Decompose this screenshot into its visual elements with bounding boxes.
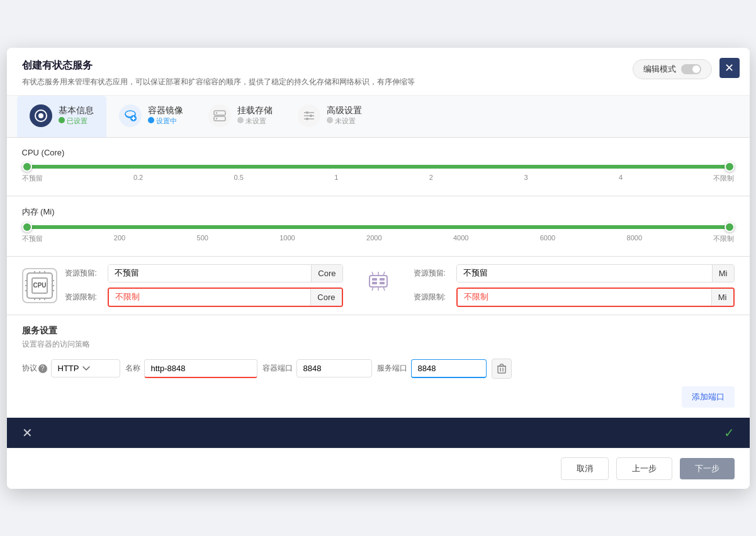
- cpu-label-4: 2: [429, 174, 433, 183]
- svg-rect-42: [498, 366, 505, 373]
- cpu-label-2: 0.5: [234, 174, 244, 183]
- tab-image-icon: [119, 104, 142, 127]
- modal-footer: 取消 上一步 下一步: [7, 448, 750, 489]
- mem-label-4: 2000: [366, 234, 381, 243]
- mem-label-5: 4000: [453, 234, 468, 243]
- toolbar-confirm-button[interactable]: ✓: [724, 425, 735, 440]
- svg-rect-32: [372, 278, 377, 281]
- memory-slider-handle-left[interactable]: [22, 222, 32, 232]
- service-title: 服务设置: [22, 325, 735, 337]
- svg-point-15: [306, 118, 308, 120]
- service-subtitle: 设置容器的访问策略: [22, 339, 735, 350]
- cpu-reserve-label: 资源预留:: [65, 268, 103, 279]
- edit-mode-button[interactable]: 编辑模式: [633, 59, 712, 79]
- cpu-reserve-field[interactable]: [108, 265, 312, 282]
- bottom-toolbar: ✕ ✓: [7, 418, 750, 448]
- container-port-label: 容器端口: [262, 363, 293, 374]
- tab-advanced-icon: [298, 104, 320, 127]
- tab-basic-icon: [30, 104, 52, 127]
- cpu-resource-fields: 资源预留: Core 资源限制: Core: [65, 264, 343, 307]
- toolbar-close-button[interactable]: ✕: [22, 425, 33, 440]
- svg-rect-33: [380, 278, 385, 281]
- protocol-select[interactable]: HTTP: [51, 359, 120, 377]
- mem-label-2: 500: [197, 234, 208, 243]
- close-button[interactable]: ✕: [719, 58, 740, 78]
- tab-storage-status: 未设置: [237, 116, 273, 126]
- tab-basic-status: 已设置: [59, 116, 94, 126]
- tab-basic[interactable]: 基本信息 已设置: [17, 96, 106, 137]
- name-input[interactable]: [144, 359, 257, 378]
- svg-rect-7: [214, 116, 225, 121]
- memory-chip-icon: [358, 264, 398, 294]
- memory-slider-title: 内存 (Mi): [22, 206, 735, 218]
- cpu-slider-handle-left[interactable]: [22, 162, 32, 172]
- cpu-reserve-row: 资源预留: Core: [65, 264, 343, 282]
- prev-button[interactable]: 上一步: [616, 457, 672, 480]
- memory-slider-container[interactable]: [22, 225, 735, 229]
- svg-rect-34: [372, 282, 377, 284]
- mem-label-1: 200: [114, 234, 125, 243]
- memory-slider-section: 内存 (Mi) 不预留 200 500 1000 2000 4000 6000 …: [7, 196, 750, 257]
- svg-point-13: [306, 111, 308, 114]
- header-actions: 编辑模式: [633, 59, 712, 79]
- cpu-slider-section: CPU (Core) 不预留 0.2 0.5 1 2 3 4 不限制: [7, 138, 750, 196]
- memory-limit-field[interactable]: [458, 289, 711, 306]
- port-row: 协议? HTTP 名称 容器端口: [22, 359, 735, 379]
- modal-container: 创建有状态服务 有状态服务用来管理有状态应用，可以保证部署和扩容缩容的顺序，提供…: [7, 48, 750, 489]
- protocol-label: 协议?: [22, 363, 47, 374]
- next-button[interactable]: 下一步: [680, 458, 735, 479]
- mem-label-0: 不预留: [22, 234, 43, 243]
- modal-title: 创建有状态服务: [22, 59, 735, 72]
- service-port-input[interactable]: [411, 359, 487, 378]
- cpu-resource-col: CPU: [22, 264, 343, 307]
- memory-limit-input[interactable]: Mi: [456, 288, 735, 307]
- memory-limit-label: 资源限制:: [414, 292, 451, 303]
- trash-icon: [497, 364, 506, 374]
- cpu-reserve-input[interactable]: Core: [108, 264, 343, 282]
- tab-advanced-label: 高级设置: [327, 105, 362, 116]
- svg-rect-5: [132, 118, 135, 119]
- memory-reserve-unit: Mi: [712, 265, 734, 282]
- memory-reserve-input[interactable]: Mi: [456, 264, 735, 282]
- memory-slider-handle-right[interactable]: [725, 222, 735, 232]
- cpu-icon: CPU: [22, 268, 57, 303]
- container-port-input[interactable]: [296, 359, 372, 377]
- add-port-container: 添加端口: [22, 386, 735, 408]
- cpu-limit-input[interactable]: Core: [108, 288, 343, 307]
- cpu-limit-label: 资源限制:: [65, 292, 103, 303]
- tab-storage-icon: [208, 104, 231, 127]
- protocol-value: HTTP: [58, 364, 79, 373]
- cpu-label-1: 0.2: [133, 174, 143, 183]
- tabs-bar: 基本信息 已设置 容器镜像 设置中: [7, 96, 750, 138]
- tab-image[interactable]: 容器镜像 设置中: [106, 96, 196, 137]
- mem-label-7: 8000: [627, 234, 642, 243]
- add-port-button[interactable]: 添加端口: [682, 386, 735, 408]
- toggle-switch[interactable]: [681, 64, 701, 74]
- cpu-slider-title: CPU (Core): [22, 148, 735, 157]
- cpu-slider-handle-right[interactable]: [725, 162, 735, 172]
- svg-point-1: [38, 113, 43, 118]
- container-port-field: 容器端口: [262, 359, 372, 377]
- svg-point-14: [310, 114, 312, 117]
- modal-content: CPU (Core) 不预留 0.2 0.5 1 2 3 4 不限制 内存 (M…: [7, 138, 750, 448]
- tab-image-info: 容器镜像 设置中: [148, 105, 183, 126]
- cpu-limit-unit: Core: [310, 289, 341, 306]
- tab-storage[interactable]: 挂载存储 未设置: [196, 96, 285, 137]
- tab-basic-label: 基本信息: [59, 105, 94, 116]
- memory-reserve-field[interactable]: [457, 265, 712, 282]
- cpu-slider-labels: 不预留 0.2 0.5 1 2 3 4 不限制: [22, 174, 735, 183]
- cpu-slider-container[interactable]: [22, 165, 735, 169]
- svg-rect-31: [370, 276, 387, 287]
- cpu-limit-field[interactable]: [109, 289, 311, 306]
- mem-label-8: 不限制: [713, 234, 734, 243]
- delete-port-button[interactable]: [492, 359, 512, 379]
- modal-header: 创建有状态服务 有状态服务用来管理有状态应用，可以保证部署和扩容缩容的顺序，提供…: [7, 48, 750, 96]
- protocol-help-icon[interactable]: ?: [38, 364, 47, 373]
- tab-storage-dot: [237, 117, 244, 123]
- service-port-label: 服务端口: [377, 363, 407, 374]
- svg-point-8: [215, 112, 217, 113]
- cancel-button[interactable]: 取消: [561, 457, 609, 480]
- tab-advanced[interactable]: 高级设置 未设置: [285, 96, 375, 137]
- svg-text:CPU: CPU: [33, 282, 46, 289]
- tab-image-dot: [148, 117, 154, 123]
